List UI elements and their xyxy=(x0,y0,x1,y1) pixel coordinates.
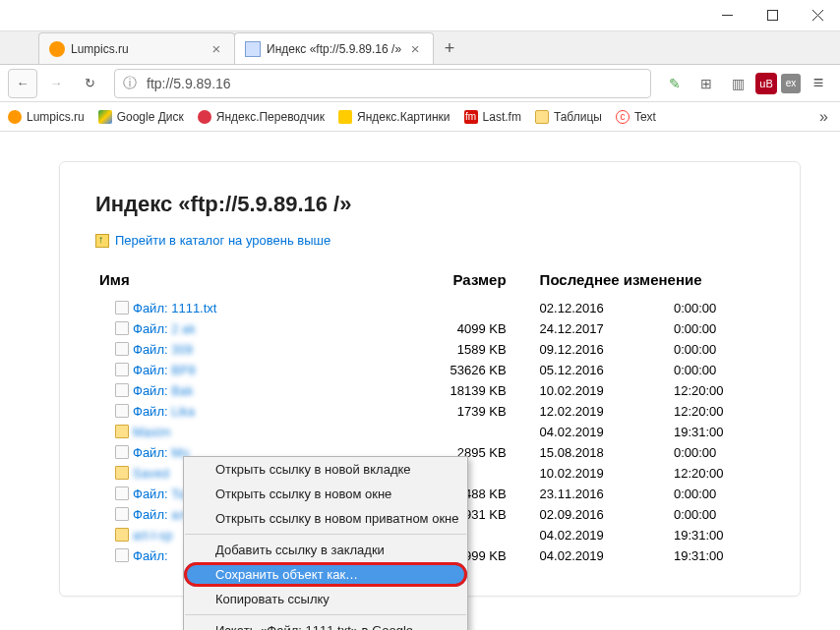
tab-bar: Lumpics.ru × Индекс «ftp://5.9.89.16 /» … xyxy=(0,31,840,65)
tab-favicon-icon xyxy=(245,41,261,57)
forward-button[interactable]: → xyxy=(41,69,71,98)
file-date: 04.02.2019 xyxy=(510,422,670,442)
file-link[interactable]: Lika xyxy=(171,404,195,419)
file-link[interactable]: art-l-sp xyxy=(133,528,172,543)
file-time: 0:00:00 xyxy=(670,504,764,525)
ublock-icon[interactable]: uB xyxy=(755,73,777,94)
bookmark-icon xyxy=(198,110,211,124)
window-controls xyxy=(704,0,840,31)
new-tab-button[interactable]: + xyxy=(434,32,465,64)
file-label: Файл: xyxy=(133,548,168,563)
table-row: Файл: 3091589 KB09.12.20160:00:00 xyxy=(95,339,764,360)
bookmark-label: Last.fm xyxy=(483,110,521,124)
bookmarks-bar: Lumpics.ru Google Диск Яндекс.Переводчик… xyxy=(0,102,840,132)
file-date: 02.09.2016 xyxy=(510,504,670,525)
bookmark-sheets[interactable]: Таблицы xyxy=(535,110,602,124)
file-time: 0:00:00 xyxy=(670,360,764,380)
file-link[interactable]: Maxim xyxy=(133,425,170,439)
file-date: 09.12.2016 xyxy=(510,339,670,360)
bookmark-gdrive[interactable]: Google Диск xyxy=(98,110,184,124)
context-menu-item[interactable]: Копировать ссылку xyxy=(184,587,467,611)
file-link[interactable]: Bak xyxy=(171,383,193,398)
up-folder-icon xyxy=(95,234,109,248)
file-icon xyxy=(115,404,129,418)
maximize-button[interactable] xyxy=(750,0,795,31)
file-date: 10.02.2019 xyxy=(510,463,670,484)
bookmark-ytranslate[interactable]: Яндекс.Переводчик xyxy=(198,110,325,124)
file-link[interactable]: Saved xyxy=(133,466,169,481)
bookmark-icon: c xyxy=(616,110,630,124)
library-icon[interactable]: ▥ xyxy=(724,70,751,97)
table-row: Файл: 2 ak4099 KB24.12.20170:00:00 xyxy=(95,318,764,339)
bookmark-icon xyxy=(8,110,22,124)
close-tab-icon[interactable]: × xyxy=(407,41,423,57)
bookmark-label: Lumpics.ru xyxy=(27,110,85,124)
file-icon xyxy=(115,507,129,521)
url-bar[interactable]: ⓘ xyxy=(114,69,651,98)
file-label: Файл: xyxy=(133,321,171,336)
file-time: 19:31:00 xyxy=(670,525,764,545)
file-link[interactable]: 309 xyxy=(171,342,193,357)
file-icon xyxy=(115,342,129,356)
file-size: 53626 KB xyxy=(416,360,510,380)
table-row: Файл: 1111.txt02.12.20160:00:00 xyxy=(95,298,764,318)
tab-ftp-index[interactable]: Индекс «ftp://5.9.89.16 /» × xyxy=(234,32,434,64)
window-titlebar xyxy=(0,0,840,31)
file-link[interactable]: 1111.txt xyxy=(171,301,216,315)
file-date: 23.11.2016 xyxy=(510,484,670,504)
context-menu-item[interactable]: Добавить ссылку в закладки xyxy=(184,538,467,562)
file-label: Файл: xyxy=(133,383,171,398)
table-row: Maxim04.02.201919:31:00 xyxy=(95,422,764,442)
file-icon xyxy=(115,383,129,397)
close-window-button[interactable] xyxy=(795,0,840,31)
file-time: 0:00:00 xyxy=(670,442,764,463)
file-time: 19:31:00 xyxy=(670,422,764,442)
context-menu-item[interactable]: Искать «Файл: 1111.txt» в Google xyxy=(184,618,467,630)
url-input[interactable] xyxy=(147,76,642,91)
site-info-icon[interactable]: ⓘ xyxy=(123,75,137,92)
extension-icon[interactable]: ex xyxy=(781,74,801,93)
file-size: 1589 KB xyxy=(416,339,510,360)
back-button[interactable]: ← xyxy=(8,69,37,98)
column-name: Имя xyxy=(95,265,416,298)
bookmark-text[interactable]: cText xyxy=(616,110,656,124)
context-menu-item[interactable]: Открыть ссылку в новом приватном окне xyxy=(184,506,467,531)
file-date: 15.08.2018 xyxy=(510,442,670,463)
file-date: 05.12.2016 xyxy=(510,360,670,380)
file-date: 02.12.2016 xyxy=(510,298,670,318)
file-time: 12:20:00 xyxy=(670,463,764,484)
file-size: 4099 KB xyxy=(416,318,510,339)
grid-icon[interactable]: ⊞ xyxy=(692,70,720,97)
bookmark-lastfm[interactable]: fmLast.fm xyxy=(464,110,521,124)
file-link[interactable]: 2 ak xyxy=(171,321,196,336)
file-time: 19:31:00 xyxy=(670,545,764,566)
bookmarks-overflow-button[interactable]: » xyxy=(815,108,832,126)
context-menu-item[interactable]: Сохранить объект как… xyxy=(184,562,467,587)
bookmark-lumpics[interactable]: Lumpics.ru xyxy=(8,110,85,124)
context-menu-item[interactable]: Открыть ссылку в новой вкладке xyxy=(184,457,467,482)
tab-lumpics[interactable]: Lumpics.ru × xyxy=(38,32,235,64)
tab-title: Индекс «ftp://5.9.89.16 /» xyxy=(267,42,401,56)
file-time: 12:20:00 xyxy=(670,401,764,422)
file-label: Файл: xyxy=(133,342,171,357)
bookmark-label: Яндекс.Переводчик xyxy=(216,110,325,124)
file-label: Файл: xyxy=(133,487,171,501)
reload-button[interactable]: ↻ xyxy=(75,69,104,98)
bookmark-yimages[interactable]: Яндекс.Картинки xyxy=(338,110,450,124)
file-link[interactable]: BP8 xyxy=(171,363,196,377)
file-size: 1739 KB xyxy=(416,401,510,422)
file-label: Файл: xyxy=(133,445,171,460)
navigation-toolbar: ← → ↻ ⓘ ✎ ⊞ ▥ uB ex ≡ xyxy=(0,65,840,102)
file-icon xyxy=(115,548,129,562)
menu-button[interactable]: ≡ xyxy=(805,70,832,97)
up-one-level-link[interactable]: Перейти в каталог на уровень выше xyxy=(95,233,764,248)
file-date: 12.02.2019 xyxy=(510,401,670,422)
bookmark-label: Google Диск xyxy=(117,110,184,124)
close-tab-icon[interactable]: × xyxy=(209,41,224,57)
context-menu-item[interactable]: Открыть ссылку в новом окне xyxy=(184,482,467,506)
file-icon xyxy=(115,487,129,500)
file-time: 0:00:00 xyxy=(670,298,764,318)
minimize-button[interactable] xyxy=(704,0,750,31)
file-size xyxy=(416,422,510,442)
evernote-icon[interactable]: ✎ xyxy=(661,70,689,97)
